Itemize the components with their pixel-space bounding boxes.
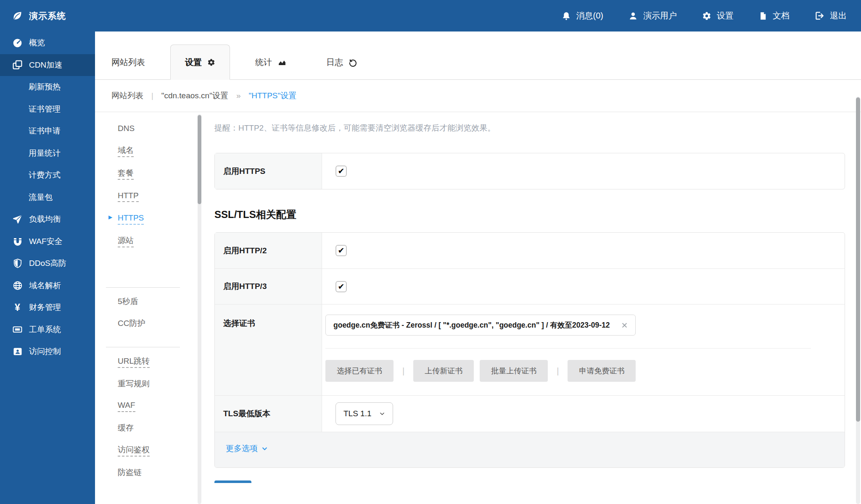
breadcrumb-site-list[interactable]: 网站列表 [111, 90, 143, 101]
http2-checkbox[interactable]: ✔ [335, 245, 347, 256]
https-enable-checkbox[interactable]: ✔ [335, 165, 347, 177]
http3-value: ✔ [322, 269, 845, 304]
subnav-item-dns[interactable]: DNS [118, 124, 135, 134]
sidebar-label: WAF安全 [29, 236, 63, 247]
tls-version-selected: TLS 1.1 [343, 409, 372, 418]
tls-version-select[interactable]: TLS 1.1 [335, 402, 393, 425]
user-label: 演示用户 [643, 10, 677, 21]
ssl-settings-table: 启用HTTP/2 ✔ 启用HTTP/3 ✔ 选择证书 [214, 232, 845, 468]
sidebar-label: 域名解析 [29, 280, 61, 291]
subnav-item-hotlink-protection[interactable]: 防盗链 [118, 468, 142, 478]
subnav-item-cc-protection[interactable]: CC防护 [118, 319, 145, 329]
subnav-item-origin[interactable]: 源站 [118, 236, 134, 247]
sidebar-item-cdn[interactable]: CDN加速 [0, 54, 95, 76]
sidebar-item-finance[interactable]: ¥ 财务管理 [0, 297, 95, 319]
subnav-item-http[interactable]: HTTP [118, 191, 139, 202]
messages-button[interactable]: 消息(0) [562, 10, 603, 21]
sidebar-label: 工单系统 [29, 324, 61, 335]
subnav-item-url-redirect[interactable]: URL跳转 [118, 357, 150, 368]
brand-title: 演示系统 [29, 10, 66, 22]
page-scrollbar-thumb[interactable] [856, 97, 860, 422]
cert-divider [325, 348, 811, 349]
http3-checkbox[interactable]: ✔ [335, 281, 347, 292]
brand-logo[interactable]: 演示系统 [12, 10, 66, 22]
sidebar-label: 财务管理 [29, 302, 61, 313]
subnav-item-plan[interactable]: 套餐 [118, 168, 134, 180]
subnav-item-auth[interactable]: 访问鉴权 [118, 445, 150, 457]
sidebar-item-overview[interactable]: 概览 [0, 32, 95, 54]
globe-icon [12, 281, 23, 291]
sidebar-item-traffic-package[interactable]: 流量包 [0, 186, 95, 209]
inner-scrollbar-thumb[interactable] [198, 115, 201, 204]
breadcrumb: 网站列表 | "cdn.teaos.cn"设置 » "HTTPS"设置 [95, 80, 861, 112]
check-icon: ✔ [338, 247, 345, 255]
subnav-item-waf[interactable]: WAF [118, 401, 135, 412]
logout-button[interactable]: 退出 [815, 10, 847, 21]
more-options-link[interactable]: 更多选项 [226, 443, 268, 454]
tab-site-list[interactable]: 网站列表 [111, 45, 159, 80]
layers-icon [12, 60, 23, 70]
tab-bar: 网站列表 设置 统计 日志 [95, 32, 861, 80]
subnav-item-https[interactable]: ▶HTTPS [118, 213, 144, 225]
tab-statistics[interactable]: 统计 [241, 45, 301, 80]
save-button-partial[interactable] [214, 480, 251, 483]
sidebar-item-billing-method[interactable]: 计费方式 [0, 164, 95, 186]
check-icon: ✔ [338, 283, 345, 291]
sidebar-item-cert-management[interactable]: 证书管理 [0, 98, 95, 121]
docs-button[interactable]: 文档 [759, 10, 790, 21]
sidebar-label: 用量统计 [29, 148, 61, 159]
sidebar-item-tickets[interactable]: 工单系统 [0, 319, 95, 341]
sidebar-item-waf[interactable]: WAF安全 [0, 231, 95, 253]
settings-button[interactable]: 设置 [702, 10, 734, 21]
sidebar-item-ddos[interactable]: DDoS高防 [0, 252, 95, 275]
select-existing-cert-button[interactable]: 选择已有证书 [325, 360, 394, 382]
tab-settings[interactable]: 设置 [170, 45, 230, 80]
tab-logs[interactable]: 日志 [312, 45, 372, 80]
subnav-item-domain[interactable]: 域名 [118, 146, 134, 157]
topbar: 演示系统 消息(0) 演示用户 设置 文档 [0, 0, 861, 32]
sidebar-label: 证书申请 [29, 126, 61, 136]
sidebar-item-access-control[interactable]: 访问控制 [0, 341, 95, 363]
cert-label: 选择证书 [215, 304, 322, 395]
subnav-item-cache[interactable]: 缓存 [118, 423, 134, 434]
id-card-icon [12, 346, 23, 357]
batch-upload-cert-button[interactable]: 批量上传证书 [480, 360, 548, 382]
user-icon [629, 11, 638, 21]
sidebar-item-load-balancer[interactable]: 负载均衡 [0, 208, 95, 231]
subnav-item-rewrite-rules[interactable]: 重写规则 [118, 379, 150, 390]
sidebar-item-usage-stats[interactable]: 用量统计 [0, 142, 95, 165]
sidebar-item-cert-apply[interactable]: 证书申请 [0, 120, 95, 142]
check-icon: ✔ [338, 167, 345, 175]
inner-scrollbar-track[interactable] [198, 114, 201, 504]
sidebar-item-refresh-preheat[interactable]: 刷新预热 [0, 76, 95, 98]
tab-label: 网站列表 [111, 57, 145, 68]
close-icon[interactable] [621, 322, 628, 328]
upload-new-cert-button[interactable]: 上传新证书 [413, 360, 474, 382]
breadcrumb-site-settings[interactable]: "cdn.teaos.cn"设置 [161, 90, 228, 101]
table-row: 启用HTTP/3 ✔ [215, 268, 845, 304]
table-row: 启用HTTPS ✔ [215, 153, 845, 189]
history-icon [349, 58, 357, 67]
gear-icon [207, 58, 215, 66]
triangle-right-icon: ▶ [108, 215, 112, 220]
settings-content: DNS 域名 套餐 HTTP ▶HTTPS 源站 5秒盾 CC防护 URL跳转 [95, 113, 861, 504]
tab-label: 统计 [255, 57, 272, 68]
table-row: 选择证书 goedge.cn免费证书 - Zerossl / [ "*.goed… [215, 304, 845, 395]
breadcrumb-separator: | [151, 92, 153, 100]
subnav-item-5s-shield[interactable]: 5秒盾 [118, 297, 138, 307]
ssl-section-title: SSL/TLS相关配置 [214, 208, 845, 221]
user-menu[interactable]: 演示用户 [629, 10, 677, 21]
https-enable-value: ✔ [322, 153, 845, 189]
sidebar-label: DDoS高防 [29, 258, 66, 269]
sidebar-item-dns-resolve[interactable]: 域名解析 [0, 275, 95, 297]
shield-icon [12, 258, 23, 268]
sidebar-label: 刷新预热 [29, 81, 61, 92]
page-scrollbar-track[interactable] [856, 97, 860, 504]
subnav-label: HTTPS [118, 213, 144, 222]
magnet-icon [12, 236, 23, 247]
http2-value: ✔ [322, 233, 845, 268]
tab-label: 设置 [185, 57, 202, 68]
breadcrumb-raquo: » [236, 91, 241, 100]
apply-free-cert-button[interactable]: 申请免费证书 [568, 360, 636, 382]
breadcrumb-current[interactable]: "HTTPS"设置 [249, 90, 297, 101]
